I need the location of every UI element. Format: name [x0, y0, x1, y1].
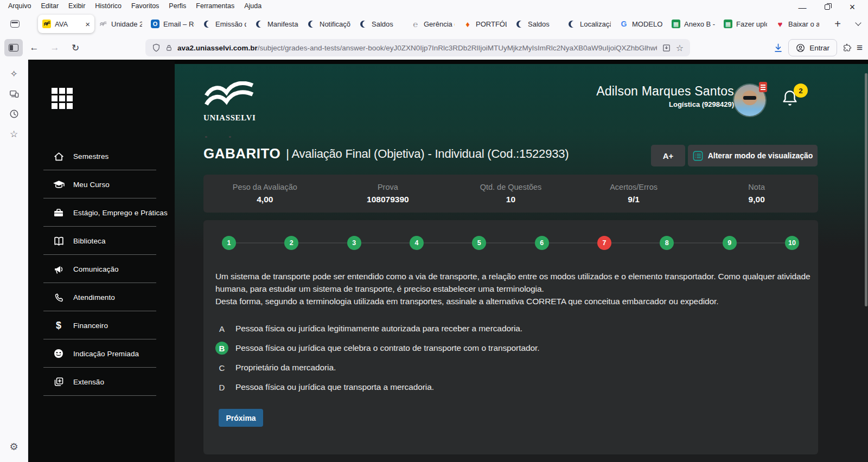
lock-icon[interactable] [165, 44, 173, 52]
new-tab-button[interactable]: + [830, 18, 845, 30]
url-bar[interactable]: ava2.uniasselvi.com.br/subject/grades-an… [145, 39, 690, 56]
crescent-icon [567, 20, 576, 28]
close-tab-icon[interactable]: × [85, 20, 90, 29]
tab-ava[interactable]: AVA × [38, 15, 94, 33]
uniasselvi-favicon [42, 20, 51, 28]
font-size-button[interactable]: A+ [651, 145, 685, 166]
close-button[interactable]: × [840, 0, 865, 14]
menu-editar[interactable]: Editar [36, 1, 63, 11]
avatar[interactable] [734, 85, 765, 116]
restore-icon [825, 4, 830, 10]
next-question-button[interactable]: Próxima [219, 409, 263, 427]
sidebar-item-indicacao[interactable]: Indicação Premiada [28, 339, 175, 368]
sheets-icon: ▦ [672, 20, 680, 28]
tab-email[interactable]: O Email – Re [146, 15, 199, 33]
sidebar-item-biblioteca[interactable]: Biblioteca [28, 227, 175, 255]
list-all-tabs-button[interactable] [852, 23, 865, 25]
menu-historico[interactable]: Histórico [90, 1, 126, 11]
app-menu-icon[interactable]: ≡ [857, 42, 863, 54]
tab-baixar[interactable]: ♥ Baixar o a [771, 15, 824, 33]
tab-label: Localizaçã [580, 20, 611, 28]
main-content: UNIASSELVI Adilson Marques Santos Logíst… [175, 60, 868, 462]
app-sidebar: Semestres Meu Curso Estágio, Emprego e P… [28, 60, 175, 462]
history-icon[interactable] [9, 108, 19, 119]
reload-button[interactable]: ↻ [66, 39, 85, 56]
crescent-icon [515, 20, 524, 28]
sidebar-item-meu-curso[interactable]: Meu Curso [28, 170, 175, 198]
tab-label: MODELO [632, 20, 663, 28]
sidebar-item-financeiro[interactable]: $ Financeiro [28, 311, 175, 339]
crescent-icon [359, 20, 368, 28]
step-1[interactable]: 1 [222, 236, 236, 250]
bookmark-star-icon[interactable]: ☆ [676, 43, 684, 53]
uniasselvi-logo[interactable]: UNIASSELVI [203, 81, 260, 123]
tab-unidade-2[interactable]: Unidade 2 [94, 15, 146, 33]
step-10[interactable]: 10 [785, 236, 799, 250]
url-text[interactable]: ava2.uniasselvi.com.br/subject/grades-an… [177, 44, 657, 52]
signin-button[interactable]: Entrar [788, 39, 837, 56]
menu-ajuda[interactable]: Ajuda [239, 1, 266, 11]
tab-notificacoes[interactable]: Notificaçõ [303, 15, 355, 33]
extensions-icon[interactable] [842, 43, 852, 53]
tab-anexo-b[interactable]: ▦ Anexo B - [667, 15, 719, 33]
option-letter: A [215, 322, 228, 335]
tab-saldos-1[interactable]: Saldos [355, 15, 407, 33]
step-5[interactable]: 5 [472, 236, 486, 250]
screen: Arquivo Editar Exibir Histórico Favorito… [0, 0, 868, 462]
step-7[interactable]: 7 [597, 236, 611, 250]
option-a: A Pessoa física ou jurídica legitimament… [215, 319, 810, 338]
sidebar-item-semestres[interactable]: Semestres [28, 142, 175, 170]
back-button[interactable]: ← [25, 39, 43, 56]
uniasselvi-bird-icon [203, 81, 256, 110]
menu-favoritos[interactable]: Favoritos [126, 1, 164, 11]
stat-label: Qtd. de Questões [449, 183, 572, 191]
bookmarks-icon[interactable]: ☆ [10, 129, 18, 139]
menu-exibir[interactable]: Exibir [63, 1, 90, 11]
menu-arquivo[interactable]: Arquivo [3, 1, 36, 11]
tab-modelo[interactable]: G MODELO [615, 15, 667, 33]
tab-label: Gerência d [424, 20, 455, 28]
minimize-button[interactable]: — [790, 0, 815, 14]
ai-chat-icon[interactable]: ✧ [10, 68, 17, 79]
stat-value: 9/1 [572, 195, 695, 204]
settings-gear-icon[interactable]: ⚙ [9, 441, 18, 452]
sidebar-item-atendimento[interactable]: Atendimento [28, 283, 175, 311]
restore-button[interactable] [815, 0, 840, 14]
scrollbar-thumb[interactable] [865, 73, 867, 306]
tab-fazer-upload[interactable]: ▦ Fazer uplo [719, 15, 771, 33]
step-3[interactable]: 3 [347, 236, 361, 250]
apps-grid-icon[interactable] [52, 88, 73, 109]
tab-localizacao[interactable]: Localizaçã [563, 15, 615, 33]
stat-label: Acertos/Erros [572, 183, 695, 191]
sidebar-item-extensao[interactable]: Extensão [28, 368, 175, 396]
menu-ferramentas[interactable]: Ferramentas [191, 1, 239, 11]
view-mode-button[interactable]: Alterar modo de visualização [688, 145, 818, 166]
firefox-view-button[interactable] [5, 15, 24, 33]
signin-label: Entrar [809, 44, 829, 52]
tab-gerencia[interactable]: ℮ Gerência d [407, 15, 459, 33]
sidebar-item-estagio[interactable]: Estágio, Emprego e Práticas [28, 198, 175, 227]
sidebar-item-comunicacao[interactable]: Comunicação [28, 255, 175, 283]
downloads-icon[interactable] [773, 43, 783, 53]
sidebar-item-label: Indicação Premiada [73, 350, 139, 358]
shield-icon[interactable] [152, 43, 161, 52]
step-9[interactable]: 9 [723, 236, 737, 250]
menu-perfis[interactable]: Perfis [164, 1, 191, 11]
step-4[interactable]: 4 [410, 236, 424, 250]
breadcrumb [205, 136, 231, 138]
save-page-icon[interactable] [662, 43, 671, 53]
forward-button[interactable]: → [46, 39, 64, 56]
sidebar-toggle-button[interactable] [4, 39, 23, 56]
synced-tabs-icon[interactable] [9, 88, 19, 99]
statement-paragraph: Um sistema de transporte pode ser entend… [215, 270, 810, 295]
briefcase-icon [52, 207, 65, 218]
step-6[interactable]: 6 [535, 236, 549, 250]
page-scrollbar[interactable] [864, 60, 868, 462]
tab-saldos-2[interactable]: Saldos [511, 15, 563, 33]
step-2[interactable]: 2 [284, 236, 298, 250]
sidebar-item-label: Atendimento [73, 293, 115, 301]
tab-manifestacao[interactable]: Manifestaç [251, 15, 303, 33]
tab-emissao[interactable]: Emissão d [199, 15, 251, 33]
tab-portfolio[interactable]: ♦ PORTFÓLI [459, 15, 511, 33]
step-8[interactable]: 8 [660, 236, 674, 250]
